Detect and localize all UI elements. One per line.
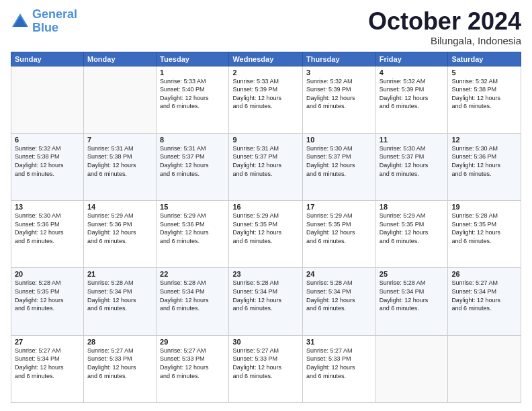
calendar-cell: 31Sunrise: 5:27 AM Sunset: 5:33 PM Dayli…: [303, 335, 376, 402]
logo-text: General Blue: [32, 8, 77, 35]
calendar-cell: 17Sunrise: 5:29 AM Sunset: 5:35 PM Dayli…: [303, 201, 376, 268]
weekday-header-wednesday: Wednesday: [229, 52, 303, 66]
day-number: 4: [380, 68, 445, 77]
day-number: 30: [232, 338, 299, 346]
day-info: Sunrise: 5:32 AM Sunset: 5:38 PM Dayligh…: [451, 77, 517, 111]
calendar-cell: 6Sunrise: 5:32 AM Sunset: 5:38 PM Daylig…: [11, 133, 84, 200]
logo-icon: [11, 12, 30, 31]
calendar-cell: 3Sunrise: 5:32 AM Sunset: 5:39 PM Daylig…: [303, 66, 376, 133]
calendar-cell: [448, 335, 521, 402]
calendar-cell: 18Sunrise: 5:29 AM Sunset: 5:35 PM Dayli…: [375, 201, 448, 268]
logo: General Blue: [11, 8, 77, 35]
day-number: 10: [306, 136, 372, 144]
day-number: 31: [306, 338, 372, 346]
calendar-cell: [375, 335, 448, 402]
day-number: 11: [380, 136, 445, 144]
day-number: 22: [160, 270, 225, 278]
weekday-header-saturday: Saturday: [448, 52, 521, 66]
day-info: Sunrise: 5:27 AM Sunset: 5:33 PM Dayligh…: [87, 347, 152, 380]
logo-line2: Blue: [32, 21, 77, 35]
calendar-table: SundayMondayTuesdayWednesdayThursdayFrid…: [11, 52, 521, 403]
day-info: Sunrise: 5:30 AM Sunset: 5:37 PM Dayligh…: [306, 144, 372, 178]
calendar-cell: 5Sunrise: 5:32 AM Sunset: 5:38 PM Daylig…: [448, 66, 521, 133]
logo-line1: General: [32, 7, 77, 21]
calendar-cell: 4Sunrise: 5:32 AM Sunset: 5:39 PM Daylig…: [375, 66, 448, 133]
day-number: 12: [451, 136, 517, 144]
day-number: 7: [87, 136, 152, 144]
calendar-cell: 10Sunrise: 5:30 AM Sunset: 5:37 PM Dayli…: [303, 133, 376, 200]
calendar-cell: 14Sunrise: 5:29 AM Sunset: 5:36 PM Dayli…: [83, 201, 156, 268]
day-number: 16: [232, 203, 299, 211]
calendar-body: 1Sunrise: 5:33 AM Sunset: 5:40 PM Daylig…: [11, 66, 521, 402]
day-info: Sunrise: 5:28 AM Sunset: 5:34 PM Dayligh…: [160, 279, 225, 312]
calendar-cell: 30Sunrise: 5:27 AM Sunset: 5:33 PM Dayli…: [229, 335, 303, 402]
weekday-header-tuesday: Tuesday: [157, 52, 229, 66]
day-number: 27: [15, 338, 80, 346]
day-number: 18: [380, 203, 445, 211]
day-info: Sunrise: 5:31 AM Sunset: 5:37 PM Dayligh…: [232, 144, 299, 178]
weekday-header-sunday: Sunday: [11, 52, 84, 66]
calendar-week-5: 27Sunrise: 5:27 AM Sunset: 5:34 PM Dayli…: [11, 335, 521, 402]
calendar-cell: 28Sunrise: 5:27 AM Sunset: 5:33 PM Dayli…: [83, 335, 156, 402]
calendar-week-4: 20Sunrise: 5:28 AM Sunset: 5:35 PM Dayli…: [11, 268, 521, 335]
day-number: 13: [15, 203, 80, 211]
calendar-week-1: 1Sunrise: 5:33 AM Sunset: 5:40 PM Daylig…: [11, 66, 521, 133]
weekday-header-friday: Friday: [375, 52, 448, 66]
day-number: 3: [306, 68, 372, 77]
calendar-cell: 11Sunrise: 5:30 AM Sunset: 5:37 PM Dayli…: [375, 133, 448, 200]
day-info: Sunrise: 5:27 AM Sunset: 5:34 PM Dayligh…: [15, 347, 80, 380]
calendar-cell: 22Sunrise: 5:28 AM Sunset: 5:34 PM Dayli…: [157, 268, 229, 335]
day-number: 2: [232, 68, 299, 77]
calendar-cell: 25Sunrise: 5:28 AM Sunset: 5:34 PM Dayli…: [375, 268, 448, 335]
day-info: Sunrise: 5:29 AM Sunset: 5:35 PM Dayligh…: [380, 212, 445, 245]
calendar-cell: 16Sunrise: 5:29 AM Sunset: 5:35 PM Dayli…: [229, 201, 303, 268]
day-info: Sunrise: 5:31 AM Sunset: 5:38 PM Dayligh…: [87, 144, 152, 178]
day-info: Sunrise: 5:30 AM Sunset: 5:36 PM Dayligh…: [15, 212, 80, 245]
calendar-cell: 24Sunrise: 5:28 AM Sunset: 5:34 PM Dayli…: [303, 268, 376, 335]
weekday-header-monday: Monday: [83, 52, 156, 66]
calendar-cell: [83, 66, 156, 133]
day-number: 25: [380, 270, 445, 278]
calendar-cell: 13Sunrise: 5:30 AM Sunset: 5:36 PM Dayli…: [11, 201, 84, 268]
day-number: 1: [160, 68, 225, 77]
day-number: 23: [232, 270, 299, 278]
day-number: 6: [15, 136, 80, 144]
day-number: 9: [232, 136, 299, 144]
calendar-cell: 8Sunrise: 5:31 AM Sunset: 5:37 PM Daylig…: [157, 133, 229, 200]
day-number: 5: [451, 68, 517, 77]
day-info: Sunrise: 5:27 AM Sunset: 5:33 PM Dayligh…: [160, 347, 225, 380]
calendar-cell: 20Sunrise: 5:28 AM Sunset: 5:35 PM Dayli…: [11, 268, 84, 335]
day-info: Sunrise: 5:33 AM Sunset: 5:40 PM Dayligh…: [160, 77, 225, 111]
day-info: Sunrise: 5:29 AM Sunset: 5:36 PM Dayligh…: [160, 212, 225, 245]
day-number: 17: [306, 203, 372, 211]
day-info: Sunrise: 5:30 AM Sunset: 5:36 PM Dayligh…: [451, 144, 517, 178]
day-number: 28: [87, 338, 152, 346]
location: Bilungala, Indonesia: [368, 35, 521, 46]
page: General Blue October 2024 Bilungala, Ind…: [0, 0, 532, 411]
day-info: Sunrise: 5:28 AM Sunset: 5:34 PM Dayligh…: [87, 279, 152, 312]
day-info: Sunrise: 5:29 AM Sunset: 5:35 PM Dayligh…: [232, 212, 299, 245]
day-info: Sunrise: 5:31 AM Sunset: 5:37 PM Dayligh…: [160, 144, 225, 178]
day-number: 19: [451, 203, 517, 211]
day-number: 14: [87, 203, 152, 211]
calendar-cell: 19Sunrise: 5:28 AM Sunset: 5:35 PM Dayli…: [448, 201, 521, 268]
calendar-week-3: 13Sunrise: 5:30 AM Sunset: 5:36 PM Dayli…: [11, 201, 521, 268]
day-info: Sunrise: 5:27 AM Sunset: 5:33 PM Dayligh…: [232, 347, 299, 380]
month-title: October 2024: [368, 8, 521, 35]
day-info: Sunrise: 5:30 AM Sunset: 5:37 PM Dayligh…: [380, 144, 445, 178]
day-info: Sunrise: 5:32 AM Sunset: 5:39 PM Dayligh…: [380, 77, 445, 111]
day-info: Sunrise: 5:28 AM Sunset: 5:34 PM Dayligh…: [306, 279, 372, 312]
calendar-cell: 27Sunrise: 5:27 AM Sunset: 5:34 PM Dayli…: [11, 335, 84, 402]
day-info: Sunrise: 5:29 AM Sunset: 5:35 PM Dayligh…: [306, 212, 372, 245]
day-number: 20: [15, 270, 80, 278]
day-info: Sunrise: 5:27 AM Sunset: 5:33 PM Dayligh…: [306, 347, 372, 380]
day-info: Sunrise: 5:33 AM Sunset: 5:39 PM Dayligh…: [232, 77, 299, 111]
calendar-cell: 26Sunrise: 5:27 AM Sunset: 5:34 PM Dayli…: [448, 268, 521, 335]
calendar-cell: 21Sunrise: 5:28 AM Sunset: 5:34 PM Dayli…: [83, 268, 156, 335]
calendar-cell: 29Sunrise: 5:27 AM Sunset: 5:33 PM Dayli…: [157, 335, 229, 402]
calendar-cell: 1Sunrise: 5:33 AM Sunset: 5:40 PM Daylig…: [157, 66, 229, 133]
day-number: 26: [451, 270, 517, 278]
day-number: 15: [160, 203, 225, 211]
calendar-cell: 9Sunrise: 5:31 AM Sunset: 5:37 PM Daylig…: [229, 133, 303, 200]
day-info: Sunrise: 5:28 AM Sunset: 5:34 PM Dayligh…: [232, 279, 299, 312]
